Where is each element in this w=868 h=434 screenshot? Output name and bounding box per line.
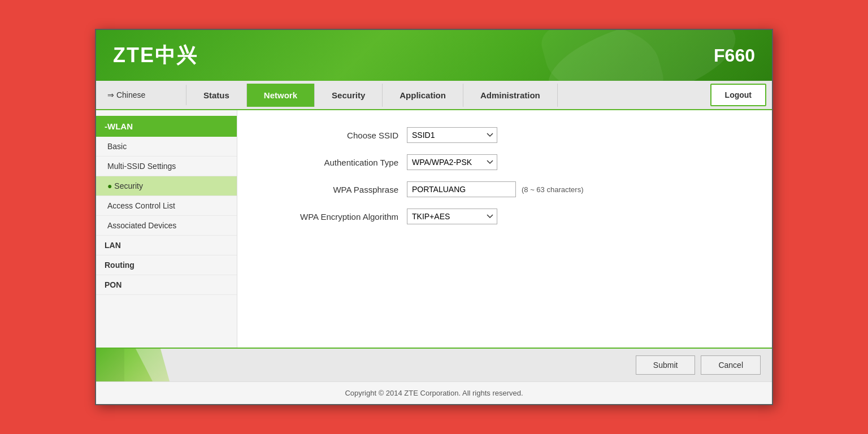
- header: ZTE中兴 F660: [96, 30, 772, 81]
- sidebar-section-wlan[interactable]: -WLAN: [96, 116, 237, 137]
- copyright-text: Copyright © 2014 ZTE Corporation. All ri…: [96, 381, 772, 404]
- select-ssid[interactable]: SSID1 SSID2 SSID3 SSID4: [407, 127, 497, 143]
- language-switch[interactable]: ⇒ Chinese: [96, 85, 186, 105]
- tab-administration[interactable]: Administration: [463, 84, 558, 107]
- nav-tabs: Status Network Security Application Admi…: [186, 84, 705, 107]
- tab-status[interactable]: Status: [186, 84, 247, 107]
- select-encryption[interactable]: TKIP+AES TKIP AES: [407, 209, 497, 224]
- cancel-button[interactable]: Cancel: [701, 355, 761, 375]
- sidebar: -WLAN Basic Multi-SSID Settings Security…: [96, 110, 237, 348]
- passphrase-hint: (8 ~ 63 characters): [522, 185, 583, 194]
- sidebar-item-security[interactable]: Security: [96, 176, 237, 196]
- label-passphrase: WPA Passphrase: [260, 185, 407, 194]
- form-row-encryption: WPA Encryption Algorithm TKIP+AES TKIP A…: [260, 209, 749, 224]
- label-auth-type: Authentication Type: [260, 158, 407, 167]
- form-row-ssid: Choose SSID SSID1 SSID2 SSID3 SSID4: [260, 127, 749, 143]
- input-passphrase[interactable]: [407, 181, 516, 197]
- sidebar-item-basic[interactable]: Basic: [96, 137, 237, 157]
- tab-network[interactable]: Network: [247, 84, 315, 107]
- footer-bar: Submit Cancel: [96, 348, 772, 381]
- logout-button[interactable]: Logout: [710, 84, 766, 106]
- navbar: ⇒ Chinese Status Network Security Applic…: [96, 81, 772, 110]
- label-encryption: WPA Encryption Algorithm: [260, 212, 407, 222]
- label-choose-ssid: Choose SSID: [260, 131, 407, 140]
- sidebar-item-multi-ssid[interactable]: Multi-SSID Settings: [96, 157, 237, 176]
- form-row-auth-type: Authentication Type WPA/WPA2-PSK WPA-PSK…: [260, 154, 749, 170]
- sidebar-item-associated[interactable]: Associated Devices: [96, 216, 237, 236]
- sidebar-item-acl[interactable]: Access Control List: [96, 196, 237, 216]
- main-content: Choose SSID SSID1 SSID2 SSID3 SSID4 Auth…: [237, 110, 772, 348]
- sidebar-section-lan[interactable]: LAN: [96, 236, 237, 255]
- content-area: -WLAN Basic Multi-SSID Settings Security…: [96, 110, 772, 348]
- submit-button[interactable]: Submit: [636, 355, 696, 375]
- sidebar-section-pon[interactable]: PON: [96, 275, 237, 295]
- tab-application[interactable]: Application: [383, 84, 463, 107]
- model-name: F660: [714, 45, 755, 66]
- sidebar-section-routing[interactable]: Routing: [96, 255, 237, 275]
- select-auth-type[interactable]: WPA/WPA2-PSK WPA-PSK WPA2-PSK None: [407, 154, 497, 170]
- tab-security[interactable]: Security: [315, 84, 383, 107]
- form-row-passphrase: WPA Passphrase (8 ~ 63 characters): [260, 181, 749, 197]
- logo: ZTE中兴: [113, 42, 198, 70]
